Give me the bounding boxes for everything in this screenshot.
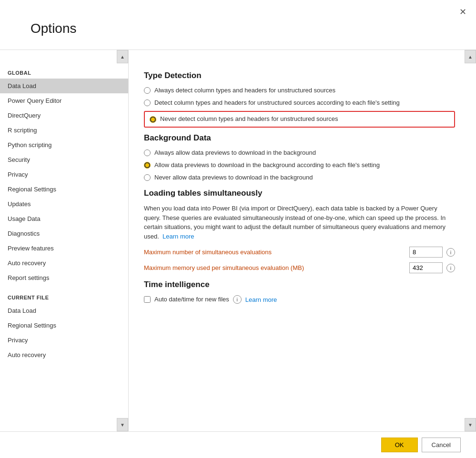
bg-per-file-row: Allow data previews to download in the b… xyxy=(144,161,455,169)
sidebar-item-directquery[interactable]: DirectQuery xyxy=(0,108,128,123)
sidebar-item-usage-data[interactable]: Usage Data xyxy=(0,211,128,226)
global-section-label: GLOBAL xyxy=(0,64,128,79)
sidebar-item-cf-auto-recovery[interactable]: Auto recovery xyxy=(0,348,128,362)
loading-tables-title: Loading tables simultaneously xyxy=(144,189,455,198)
background-data-section: Background Data Always allow data previe… xyxy=(144,133,455,182)
loading-tables-description: When you load data into Power BI (via im… xyxy=(144,204,455,241)
type-detection-always-radio[interactable] xyxy=(144,87,151,94)
auto-date-label: Auto date/time for new files xyxy=(154,295,229,304)
main-scroll-down-button[interactable]: ▼ xyxy=(465,418,476,431)
type-detection-never-radio[interactable] xyxy=(150,116,156,123)
auto-date-row: Auto date/time for new files i Learn mor… xyxy=(144,295,455,304)
loading-tables-learn-more-link[interactable]: Learn more xyxy=(162,233,194,240)
close-button[interactable]: ✕ xyxy=(459,8,466,16)
sidebar-item-python-scripting[interactable]: Python scripting xyxy=(0,138,128,152)
sidebar-item-diagnostics[interactable]: Diagnostics xyxy=(0,226,128,241)
sidebar-item-cf-privacy[interactable]: Privacy xyxy=(0,333,128,348)
sidebar-item-regional-settings[interactable]: Regional Settings xyxy=(0,182,128,197)
dialog-footer: OK Cancel xyxy=(0,431,476,458)
bg-per-file-radio[interactable] xyxy=(144,162,151,169)
max-evaluations-label: Maximum number of simultaneous evaluatio… xyxy=(144,249,405,256)
sidebar-scroll-area: GLOBAL Data Load Power Query Editor Dire… xyxy=(0,50,128,431)
cancel-button[interactable]: Cancel xyxy=(422,438,461,452)
type-detection-always-row: Always detect column types and headers f… xyxy=(144,86,455,95)
sidebar-scroll-up-button[interactable]: ▲ xyxy=(117,50,128,63)
type-detection-always-label: Always detect column types and headers f… xyxy=(154,86,335,95)
options-dialog: Options ✕ ▲ GLOBAL Data Load Power Query… xyxy=(0,0,476,458)
type-detection-never-highlighted-row: Never detect column types and headers fo… xyxy=(144,111,455,127)
type-detection-per-file-label: Detect column types and headers for unst… xyxy=(154,99,400,107)
type-detection-per-file-row: Detect column types and headers for unst… xyxy=(144,99,455,107)
sidebar: ▲ GLOBAL Data Load Power Query Editor Di… xyxy=(0,50,129,431)
sidebar-item-cf-regional-settings[interactable]: Regional Settings xyxy=(0,318,128,333)
bg-always-radio[interactable] xyxy=(144,149,151,156)
bg-never-row: Never allow data previews to download in… xyxy=(144,173,455,182)
bg-never-label: Never allow data previews to download in… xyxy=(154,173,313,182)
current-file-section-label: CURRENT FILE xyxy=(0,289,128,303)
auto-date-checkbox[interactable] xyxy=(144,296,151,303)
type-detection-per-file-radio[interactable] xyxy=(144,100,151,106)
loading-tables-section: Loading tables simultaneously When you l… xyxy=(144,189,455,273)
type-detection-title: Type Detection xyxy=(144,71,455,80)
sidebar-item-r-scripting[interactable]: R scripting xyxy=(0,123,128,138)
max-evaluations-input[interactable] xyxy=(409,247,443,258)
sidebar-item-data-load[interactable]: Data Load xyxy=(0,79,128,93)
background-data-title: Background Data xyxy=(144,133,455,143)
dialog-title: Options xyxy=(15,10,461,44)
sidebar-item-preview-features[interactable]: Preview features xyxy=(0,241,128,256)
max-memory-row: Maximum memory used per simultaneous eva… xyxy=(144,262,455,273)
sidebar-item-cf-data-load[interactable]: Data Load xyxy=(0,303,128,318)
type-detection-never-label: Never detect column types and headers fo… xyxy=(160,115,338,123)
time-intelligence-section: Time intelligence Auto date/time for new… xyxy=(144,280,455,304)
sidebar-item-updates[interactable]: Updates xyxy=(0,197,128,211)
main-scroll-up-button[interactable]: ▲ xyxy=(465,50,476,63)
bg-always-row: Always allow data previews to download i… xyxy=(144,149,455,157)
bg-never-radio[interactable] xyxy=(144,174,151,181)
sidebar-item-auto-recovery[interactable]: Auto recovery xyxy=(0,256,128,270)
sidebar-item-power-query-editor[interactable]: Power Query Editor xyxy=(0,93,128,108)
sidebar-item-security[interactable]: Security xyxy=(0,152,128,167)
auto-date-info-icon[interactable]: i xyxy=(233,295,242,304)
max-evaluations-row: Maximum number of simultaneous evaluatio… xyxy=(144,247,455,258)
bg-always-label: Always allow data previews to download i… xyxy=(154,149,316,157)
time-intelligence-learn-more-link[interactable]: Learn more xyxy=(245,296,277,303)
type-detection-section: Type Detection Always detect column type… xyxy=(144,71,455,128)
sidebar-scroll-down-button[interactable]: ▼ xyxy=(117,418,128,431)
max-memory-label: Maximum memory used per simultaneous eva… xyxy=(144,264,405,271)
max-memory-input[interactable] xyxy=(409,262,443,273)
main-content-area: Type Detection Always detect column type… xyxy=(129,50,476,431)
ok-button[interactable]: OK xyxy=(381,438,418,452)
max-memory-info-icon[interactable]: i xyxy=(446,264,455,272)
max-evaluations-info-icon[interactable]: i xyxy=(446,248,455,257)
bg-per-file-label: Allow data previews to download in the b… xyxy=(154,161,380,169)
time-intelligence-title: Time intelligence xyxy=(144,280,455,289)
sidebar-item-privacy[interactable]: Privacy xyxy=(0,167,128,182)
sidebar-item-report-settings[interactable]: Report settings xyxy=(0,270,128,285)
